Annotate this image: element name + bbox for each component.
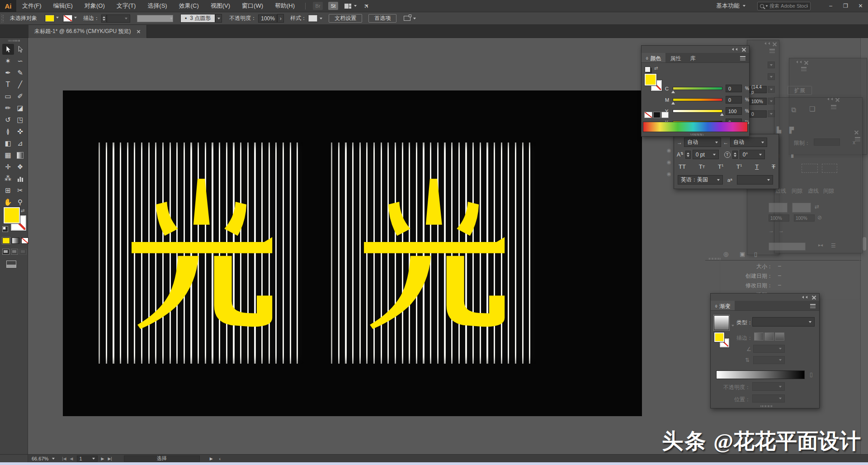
draw-inside-button[interactable]: [19, 249, 27, 255]
white-swatch[interactable]: [661, 112, 669, 118]
menu-view[interactable]: 视图(V): [205, 0, 236, 12]
kerning-dropdown[interactable]: 自动: [684, 138, 721, 147]
scale-tool[interactable]: ◳: [14, 114, 26, 125]
status-field[interactable]: 选择: [124, 456, 200, 462]
swap-fill-stroke-icon[interactable]: ⇄: [21, 208, 24, 213]
fx-icon[interactable]: ◎: [723, 251, 728, 257]
tab-close-icon[interactable]: [137, 30, 140, 33]
stock-search[interactable]: [757, 2, 811, 10]
brush-chevron-button[interactable]: [215, 14, 222, 23]
rectangle-tool[interactable]: ▭: [2, 91, 14, 102]
spectrum-bar[interactable]: [643, 122, 748, 132]
value-c[interactable]: 0: [726, 85, 742, 92]
brush-definition-dropdown[interactable]: • 3 点圆形: [180, 14, 215, 23]
eyedropper-tool[interactable]: ✛: [2, 161, 14, 172]
hand-tool[interactable]: ✋: [2, 197, 14, 208]
last-artboard-button[interactable]: ▶|: [108, 456, 112, 461]
direct-selection-tool[interactable]: [14, 44, 26, 55]
bridge-button[interactable]: Br: [313, 2, 323, 10]
arrow-scale-x[interactable]: 100%: [769, 214, 789, 222]
menu-edit[interactable]: 编辑(E): [47, 0, 79, 12]
stroke-color-swatch[interactable]: [63, 15, 72, 22]
line-segment-tool[interactable]: ╱: [14, 79, 26, 90]
menu-window[interactable]: 窗口(W): [236, 0, 269, 12]
symbol-sprayer-tool[interactable]: ⁂: [2, 173, 14, 184]
transparency-icon[interactable]: ⧉: [791, 106, 796, 114]
gradient-mode-button[interactable]: [12, 237, 19, 244]
link-scale-icon[interactable]: ⊘: [817, 214, 822, 221]
type-tool[interactable]: T: [2, 79, 14, 90]
selection-tool[interactable]: [2, 44, 14, 55]
menu-object[interactable]: 对象(O): [79, 0, 111, 12]
value-y[interactable]: 100: [726, 107, 742, 115]
position-dropdown[interactable]: [752, 394, 785, 403]
screen-mode-button[interactable]: [6, 261, 16, 268]
strikethrough-button[interactable]: T: [772, 163, 775, 170]
expand-button[interactable]: 扩展: [788, 86, 812, 95]
zoom-level[interactable]: 66.67%: [32, 456, 48, 461]
none-swatch[interactable]: [644, 112, 652, 118]
small-caps-button[interactable]: TT: [699, 163, 705, 170]
gradient-fill-proxy[interactable]: [714, 332, 724, 342]
artboard-tool[interactable]: ⊞: [2, 185, 14, 196]
dash-preset-1[interactable]: [802, 164, 818, 173]
default-fill-stroke-icon[interactable]: [2, 226, 8, 232]
collapse-icon[interactable]: [801, 296, 807, 299]
rotate-tool[interactable]: ↺: [2, 114, 14, 125]
baseline-field[interactable]: 0 pt: [693, 150, 719, 159]
dash-preset-2[interactable]: [822, 164, 837, 173]
workspace-switcher[interactable]: 基本功能: [716, 2, 745, 10]
underline-button[interactable]: T: [755, 163, 759, 170]
lasso-tool[interactable]: ∽: [14, 56, 26, 66]
mini-fill-stroke-icon[interactable]: [645, 66, 651, 72]
all-caps-button[interactable]: TT: [679, 163, 686, 170]
perspective-grid-tool[interactable]: ⊿: [14, 138, 26, 149]
arrow-scale-y[interactable]: 100%: [794, 214, 815, 222]
menu-help[interactable]: 帮助(H): [269, 0, 301, 12]
shaper-tool[interactable]: ✏: [2, 103, 14, 114]
puppet-warp-tool[interactable]: ✜: [14, 126, 26, 137]
rotation-field[interactable]: 0°: [740, 150, 765, 159]
panel-resize-handle[interactable]: [760, 405, 772, 407]
first-artboard-button[interactable]: |◀: [62, 456, 66, 461]
gradient-tool[interactable]: [14, 150, 26, 161]
stroke-weight-stepper[interactable]: [101, 14, 107, 23]
anti-alias-dropdown[interactable]: [737, 175, 773, 185]
curvature-tool[interactable]: ✎: [14, 67, 26, 78]
column-graph-tool[interactable]: [14, 173, 26, 184]
menu-effect[interactable]: 效果(C): [173, 0, 205, 12]
gradient-slider[interactable]: [716, 370, 805, 379]
arrowhead-end-dropdown[interactable]: [792, 203, 811, 213]
panel-close-icon[interactable]: [742, 47, 746, 52]
preferences-button[interactable]: 首选项: [368, 14, 396, 23]
menu-select[interactable]: 选择(S): [142, 0, 173, 12]
toolbar-drag-handle[interactable]: [8, 40, 20, 42]
menu-file[interactable]: 文件(F): [16, 0, 47, 12]
rotation-stepper[interactable]: [732, 151, 738, 159]
duplicate-icon[interactable]: ▣: [740, 251, 745, 257]
aspect-dropdown[interactable]: [753, 356, 785, 364]
gradient-thumbnail[interactable]: [714, 315, 729, 330]
hidden-opacity-field[interactable]: 100%: [750, 98, 767, 105]
collapse-icon[interactable]: [763, 42, 770, 46]
panel-menu-icon[interactable]: [810, 304, 816, 308]
stock-button[interactable]: St: [328, 2, 338, 10]
delete-stop-icon[interactable]: ▯: [810, 371, 813, 378]
type-dropdown[interactable]: [752, 317, 815, 327]
panel-resize-handle[interactable]: [692, 134, 703, 136]
swap-arrowheads-icon[interactable]: ⇄: [815, 204, 819, 210]
slice-tool[interactable]: ✂: [14, 185, 26, 196]
color-mode-button[interactable]: [2, 237, 10, 244]
black-swatch[interactable]: [653, 112, 660, 118]
align-arrow-1-icon[interactable]: →: [769, 228, 774, 234]
stroke-chevron-icon[interactable]: [74, 17, 77, 20]
trash-icon[interactable]: ▯: [754, 251, 757, 257]
document-setup-button[interactable]: 文档设置: [329, 14, 362, 23]
shape-builder-tool[interactable]: ◧: [2, 138, 14, 149]
touch-workspace-icon[interactable]: [404, 16, 410, 21]
stroke-gradient-along[interactable]: [764, 332, 774, 341]
variable-width-dropdown[interactable]: [137, 15, 173, 22]
next-artboard-button[interactable]: ▶: [101, 456, 104, 461]
width-tool[interactable]: ≬: [2, 126, 14, 137]
panel-close-icon[interactable]: [773, 42, 777, 46]
